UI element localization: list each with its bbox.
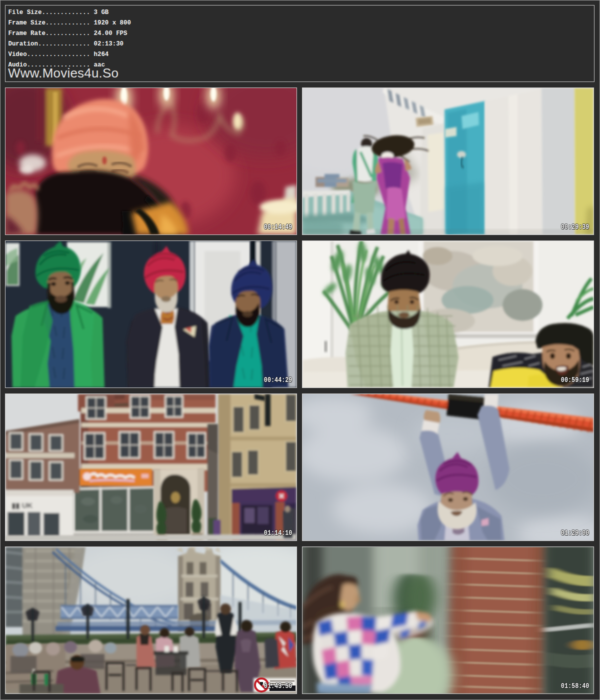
- svg-text:▮▮ UK: ▮▮ UK: [12, 501, 33, 510]
